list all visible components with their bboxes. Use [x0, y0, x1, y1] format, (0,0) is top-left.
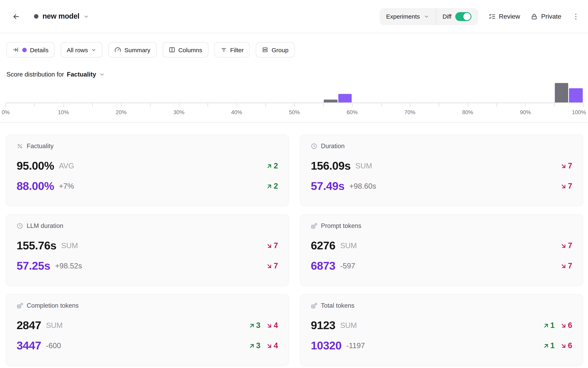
trend-down-icon — [560, 342, 567, 349]
experiments-dropdown[interactable]: Experiments — [380, 8, 436, 25]
metric-card-llm-duration[interactable]: LLM duration 155.76s SUM 7 57.25s +98.52… — [6, 214, 289, 286]
axis-tick — [294, 103, 295, 107]
axis-tick — [35, 103, 35, 107]
primary-value: 2847 — [17, 319, 41, 332]
trend-down-icon — [266, 242, 273, 249]
chevron-down-icon — [91, 47, 97, 52]
comparison-value: 57.25s — [17, 259, 50, 272]
regressed-count: 7 — [274, 262, 278, 270]
clock-icon — [17, 223, 23, 229]
primary-metric-row: 95.00% AVG 2 — [17, 159, 278, 173]
trend-badges: 1 6 — [543, 341, 572, 350]
experiment-title-menu[interactable]: new model — [34, 12, 89, 21]
lock-icon — [531, 13, 538, 20]
regressed-badge: 7 — [266, 241, 278, 250]
columns-button[interactable]: Columns — [163, 42, 208, 57]
regressed-badge: 4 — [266, 321, 278, 330]
kebab-menu-icon — [572, 12, 580, 20]
improved-badge: 3 — [248, 321, 260, 330]
improved-badge: 3 — [248, 341, 260, 350]
metric-card-duration[interactable]: Duration 156.09s SUM 7 57.49s +98.60s — [300, 134, 583, 206]
trend-badges: 7 — [266, 262, 278, 270]
regressed-count: 7 — [568, 162, 572, 170]
trend-down-icon — [560, 263, 567, 269]
x-axis-labels: 0%10%20%30%40%50%60%70%80%90%100% — [6, 109, 583, 118]
comparison-value: 6873 — [311, 259, 335, 272]
axis-tick — [525, 103, 526, 107]
trend-up-icon — [543, 322, 550, 329]
score-distribution-prefix: Score distribution for — [7, 71, 64, 78]
header-actions: Experiments Diff Review Private — [380, 8, 580, 25]
metric-card-factuality[interactable]: Factuality 95.00% AVG 2 88.00% +7% — [6, 134, 289, 206]
axis-tick — [352, 103, 353, 107]
aggregation-label: SUM — [355, 162, 372, 170]
axis-tick-label: 70% — [405, 109, 416, 115]
details-button[interactable]: Details — [7, 42, 55, 57]
card-title: LLM duration — [27, 222, 63, 230]
improved-count: 2 — [274, 162, 278, 170]
metric-card-total-tokens[interactable]: Total tokens 9123 SUM 1 6 10320 — [300, 294, 583, 366]
columns-icon — [169, 46, 175, 53]
summary-button[interactable]: Summary — [109, 42, 156, 57]
card-title: Factuality — [27, 143, 54, 150]
card-title-row: Factuality — [17, 142, 278, 150]
improved-count: 3 — [256, 321, 260, 330]
more-options-button[interactable] — [572, 12, 580, 20]
page-title: new model — [43, 12, 79, 21]
metric-cards-grid: Factuality 95.00% AVG 2 88.00% +7% — [6, 134, 583, 366]
primary-metric-row: 155.76s SUM 7 — [17, 239, 278, 253]
primary-metric-row: 9123 SUM 1 6 — [311, 319, 572, 332]
filter-button[interactable]: Filter — [215, 42, 250, 57]
comparison-metric-row: 10320 -1197 1 6 — [311, 339, 572, 353]
trend-up-icon — [248, 322, 255, 329]
experiment-color-dot — [34, 14, 38, 19]
blocks-icon — [17, 303, 23, 309]
chevron-down-icon — [424, 14, 429, 19]
metric-card-prompt-tokens[interactable]: Prompt tokens 6276 SUM 7 6873 -597 — [300, 214, 583, 286]
primary-value: 9123 — [311, 319, 335, 332]
delta-label: -1197 — [346, 341, 365, 350]
regressed-count: 6 — [568, 341, 572, 350]
group-button[interactable]: Group — [256, 42, 294, 57]
list-checks-icon — [488, 13, 496, 20]
diff-toggle[interactable] — [455, 12, 471, 21]
back-button[interactable] — [10, 11, 22, 22]
private-label: Private — [541, 13, 561, 20]
regressed-count: 4 — [274, 321, 278, 330]
primary-value: 155.76s — [17, 239, 56, 252]
comparison-metric-row: 57.49s +98.60s 7 — [311, 179, 572, 193]
trend-down-icon — [266, 342, 273, 349]
diff-segment[interactable]: Diff — [436, 8, 478, 25]
trend-badges: 7 — [560, 262, 572, 270]
trend-up-icon — [248, 342, 255, 349]
regressed-badge: 7 — [266, 262, 278, 270]
card-title: Prompt tokens — [321, 222, 361, 230]
improved-count: 3 — [256, 341, 260, 350]
score-distribution-title[interactable]: Score distribution for Factuality — [7, 71, 581, 78]
regressed-count: 7 — [568, 241, 572, 250]
primary-metric-row: 6276 SUM 7 — [311, 239, 572, 253]
review-label: Review — [499, 13, 520, 20]
experiment-color-dot — [22, 47, 27, 52]
review-button[interactable]: Review — [488, 13, 520, 20]
private-button[interactable]: Private — [531, 13, 561, 20]
x-axis-ticks — [6, 103, 583, 107]
all-rows-label: All rows — [67, 46, 88, 53]
improved-badge: 2 — [266, 182, 278, 191]
all-rows-dropdown[interactable]: All rows — [61, 42, 103, 57]
axis-tick-label: 100% — [572, 109, 586, 115]
axis-tick-label: 90% — [520, 109, 531, 115]
regressed-badge: 4 — [266, 341, 278, 350]
regressed-count: 4 — [274, 341, 278, 350]
trend-up-icon — [543, 342, 550, 349]
metric-card-completion-tokens[interactable]: Completion tokens 2847 SUM 3 4 3447 — [6, 294, 289, 366]
comparison-metric-row: 88.00% +7% 2 — [17, 179, 278, 193]
comparison-metric-row: 6873 -597 7 — [311, 259, 572, 273]
card-title-row: Total tokens — [311, 302, 572, 310]
trend-badges: 7 — [560, 162, 572, 170]
trend-down-icon — [560, 163, 567, 169]
regressed-count: 7 — [274, 241, 278, 250]
group-label: Group — [271, 46, 288, 53]
arrow-left-icon — [12, 12, 20, 20]
axis-tick — [554, 103, 555, 107]
